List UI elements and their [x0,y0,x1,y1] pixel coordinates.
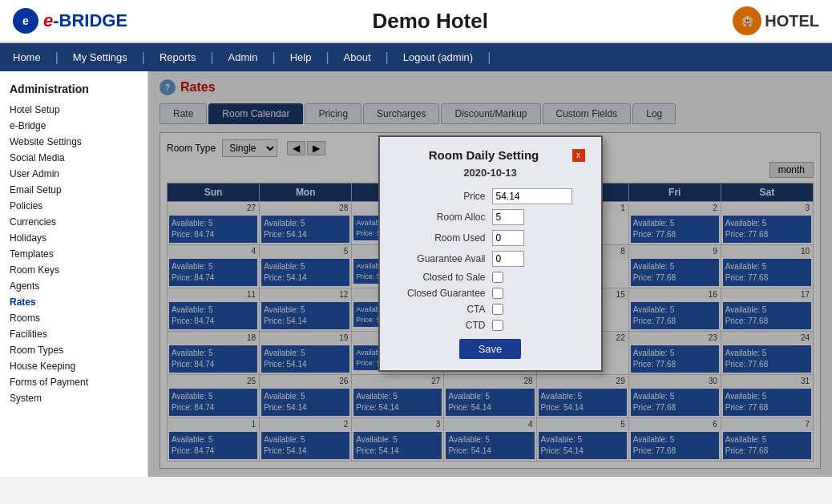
price-row: Price [396,188,585,204]
closed-to-sale-checkbox[interactable] [492,272,503,283]
price-label: Price [396,191,492,202]
logo-left: e e-BRIDGE [13,8,127,34]
modal-date: 2020-10-13 [396,167,585,179]
sidebar-item-hotel-setup[interactable]: Hotel Setup [0,102,147,118]
modal-header: Room Daily Setting x [396,148,585,162]
main-nav: Home | My Settings | Reports | Admin | H… [0,43,832,71]
header: e e-BRIDGE Demo Hotel 🏨 HOTEL [0,0,832,43]
logo-right: 🏨 HOTEL [733,6,819,35]
sidebar-item-rooms[interactable]: Rooms [0,310,147,326]
room-alloc-input[interactable] [492,209,524,225]
nav-my-settings[interactable]: My Settings [60,43,140,71]
sidebar-item-social-media[interactable]: Social Media [0,150,147,166]
guarantee-avail-label: Guarantee Avail [396,253,492,264]
sidebar-item-facilities[interactable]: Facilities [0,326,147,342]
guarantee-avail-row: Guarantee Avail [396,251,585,267]
save-button[interactable]: Save [459,339,522,359]
sidebar-item-house-keeping[interactable]: House Keeping [0,358,147,374]
sidebar-item-agents[interactable]: Agents [0,278,147,294]
sidebar-item-user-admin[interactable]: User Admin [0,166,147,182]
nav-admin[interactable]: Admin [216,43,271,71]
hotel-logo-icon: 🏨 [733,6,761,35]
room-alloc-label: Room Alloc [396,212,492,223]
sidebar-item-currencies[interactable]: Currencies [0,214,147,230]
main-layout: Administration Hotel Setup e-Bridge Webs… [0,71,832,477]
sidebar-item-policies[interactable]: Policies [0,198,147,214]
sidebar-item-holidays[interactable]: Holidays [0,230,147,246]
cta-row: CTA [396,304,585,315]
ctd-label: CTD [396,320,492,331]
ebridge-logo-icon: e [13,8,38,34]
sidebar-item-website-settings[interactable]: Website Settings [0,134,147,150]
hotel-title: Demo Hotel [372,9,487,34]
closed-guarantee-label: Closed Guarantee [396,288,492,299]
sidebar-item-templates[interactable]: Templates [0,246,147,262]
sidebar-item-ebridge[interactable]: e-Bridge [0,118,147,134]
modal-form: Price Room Alloc Room Used Guarantee Ava… [396,188,585,331]
nav-about[interactable]: About [331,43,384,71]
room-used-row: Room Used [396,230,585,246]
room-used-input[interactable] [492,230,524,246]
sidebar: Administration Hotel Setup e-Bridge Webs… [0,71,148,477]
sidebar-title: Administration [0,78,147,102]
sidebar-item-rates[interactable]: Rates [0,294,147,310]
closed-to-sale-label: Closed to Sale [396,272,492,283]
hotel-logo-label: HOTEL [765,12,819,30]
closed-guarantee-row: Closed Guarantee [396,288,585,299]
content-area: ? Rates Rate Room Calendar Pricing Surch… [148,71,832,477]
price-input[interactable] [492,188,572,204]
nav-home[interactable]: Home [0,43,54,71]
closed-to-sale-row: Closed to Sale [396,272,585,283]
cta-checkbox[interactable] [492,304,503,315]
guarantee-avail-input[interactable] [492,251,524,267]
sidebar-item-forms-of-payment[interactable]: Forms of Payment [0,374,147,390]
room-used-label: Room Used [396,232,492,244]
modal-close-button[interactable]: x [572,149,585,162]
room-alloc-row: Room Alloc [396,209,585,225]
sidebar-item-room-types[interactable]: Room Types [0,342,147,358]
modal-room-daily-setting: Room Daily Setting x 2020-10-13 Price Ro… [378,135,603,372]
cta-label: CTA [396,304,492,315]
nav-logout[interactable]: Logout (admin) [390,43,486,71]
sidebar-item-room-keys[interactable]: Room Keys [0,262,147,278]
sidebar-item-system[interactable]: System [0,390,147,406]
logo-text: e-BRIDGE [43,10,127,31]
ctd-row: CTD [396,320,585,331]
nav-reports[interactable]: Reports [147,43,209,71]
closed-guarantee-checkbox[interactable] [492,288,503,299]
nav-help[interactable]: Help [277,43,325,71]
ctd-checkbox[interactable] [492,320,503,331]
modal-save-row: Save [396,339,585,359]
modal-title: Room Daily Setting [396,148,572,162]
modal-overlay: Room Daily Setting x 2020-10-13 Price Ro… [148,71,832,477]
sidebar-item-email-setup[interactable]: Email Setup [0,182,147,198]
